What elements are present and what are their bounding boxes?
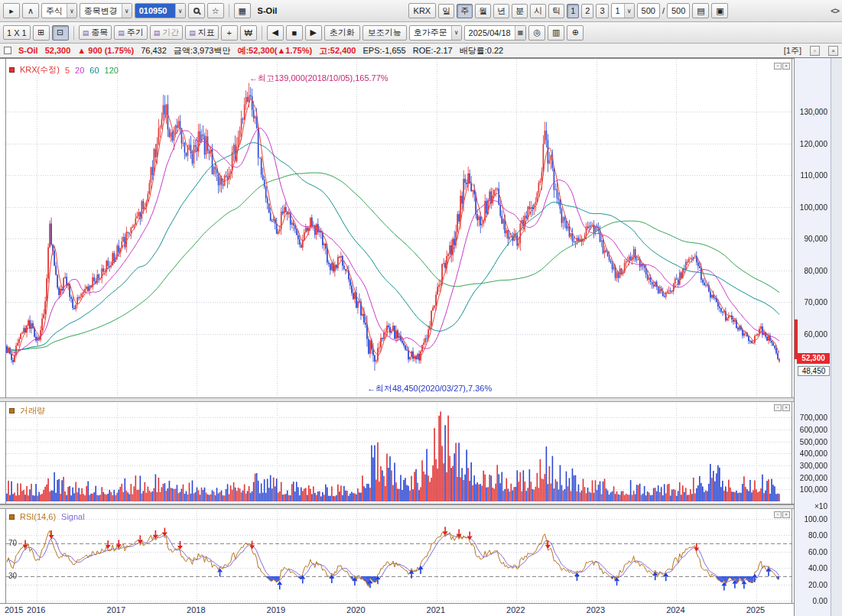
menu-period-button[interactable]: ▤주기: [114, 25, 148, 40]
window-minimize-icon[interactable]: ▫: [810, 46, 820, 56]
menu-range-button[interactable]: ▤기간: [150, 25, 184, 40]
menu-symbol-button[interactable]: ▤종목: [79, 25, 112, 40]
price-chart-canvas[interactable]: [0, 58, 794, 397]
period-tag: [1주]: [784, 45, 801, 57]
volume-legend-name: 거래량: [20, 405, 45, 417]
print-button[interactable]: ▤: [692, 3, 709, 18]
volume-label: 76,432: [141, 46, 167, 55]
market-krx-button[interactable]: KRX: [408, 3, 437, 18]
chevron-up-icon: ∧: [28, 6, 34, 16]
reset-button[interactable]: 초기화: [324, 25, 360, 41]
scroll-left-button[interactable]: ◀: [267, 25, 284, 41]
x-axis-year-label: 2019: [267, 605, 285, 614]
zoom-1-button[interactable]: 1: [567, 4, 579, 18]
pane-minimize-icon[interactable]: ▫: [774, 404, 782, 411]
layout-grid-button[interactable]: ⊞: [33, 25, 50, 41]
scroll-right-button[interactable]: ▶: [305, 25, 322, 41]
chart-toolbar: 1 X 1 ⊞ ⊡ ▤종목 ▤주기 ▤기간 ▤지표 + ₩ ◀ ■ ▶ 초기화 …: [0, 22, 842, 44]
y-axis-label: 600,000: [800, 426, 827, 434]
save-button[interactable]: ▣: [711, 3, 728, 18]
date-picker[interactable]: 2025/04/18▦: [464, 25, 527, 41]
y-axis-label: 60.00: [808, 548, 827, 556]
symbol-change-select[interactable]: 종목변경∨: [80, 3, 132, 18]
pane-close-icon[interactable]: ×: [782, 404, 790, 411]
chevron-down-icon: ∨: [175, 4, 185, 18]
layout-indicator-button[interactable]: 1 X 1: [3, 25, 31, 40]
ma5-legend: 5: [65, 66, 70, 75]
asset-type-select[interactable]: 주식∨: [41, 3, 77, 18]
layout-single-button[interactable]: ⊡: [52, 25, 69, 41]
zoom-3-button[interactable]: 3: [596, 4, 608, 18]
gear-icon: ◎: [533, 28, 541, 37]
grid-icon: ⊞: [37, 28, 44, 37]
stop-button[interactable]: ■: [286, 25, 303, 41]
won-scale-button[interactable]: ₩: [240, 25, 257, 41]
stock-board-button[interactable]: ▦: [234, 3, 251, 18]
chart-tools-button[interactable]: ▥: [548, 25, 564, 41]
y-axis-label: 40.00: [808, 564, 827, 572]
rsi-chart-canvas[interactable]: [0, 509, 794, 603]
ma120-legend: 120: [105, 66, 119, 75]
volume-chart-canvas[interactable]: [0, 402, 794, 504]
settings-button[interactable]: ◎: [528, 25, 545, 41]
separator: [262, 26, 262, 40]
period-day-button[interactable]: 일: [438, 4, 454, 18]
left-arrow-icon: ◀: [272, 28, 278, 37]
chart-tool-icon: ▥: [552, 28, 560, 37]
globe-icon: ⊕: [572, 28, 579, 37]
global-button[interactable]: ⊕: [567, 25, 584, 41]
chart-select-checkbox[interactable]: [4, 47, 11, 54]
bar-count-input[interactable]: 500: [637, 3, 660, 18]
x-axis-year-label: 2015: [5, 605, 23, 614]
interval-select[interactable]: 1∨: [611, 3, 635, 18]
collapse-button[interactable]: ∧: [22, 3, 39, 18]
period-month-button[interactable]: 월: [475, 4, 491, 18]
y-axis-label: 700,000: [800, 413, 827, 422]
rsi-swatch-icon: [9, 514, 15, 520]
aux-function-button[interactable]: 보조기능: [362, 25, 407, 41]
chart-region: KRX(수정) 5 20 60 120 거래량 RSI(14,6) Signal…: [0, 58, 842, 616]
chevron-down-icon: ∨: [451, 26, 461, 40]
period-minute-button[interactable]: 분: [512, 4, 528, 18]
symbol-code-input[interactable]: 010950∨: [135, 3, 186, 18]
y-axis-label: ×10: [814, 502, 827, 511]
y-axis-label: 100,000: [800, 203, 827, 212]
zoom-2-button[interactable]: 2: [581, 4, 593, 18]
pan-tool-button[interactable]: +: [221, 25, 238, 41]
main-toolbar: ▸ ∧ 주식∨ 종목변경∨ 010950∨ ☆ ▦ S-Oil KRX 일 주 …: [0, 0, 842, 22]
separator: [229, 4, 229, 18]
pane-minimize-icon[interactable]: ▫: [774, 63, 782, 70]
stock-info-bar: S-Oil 52,300 ▲ 900 (1.75%) 76,432 금액:3,9…: [0, 44, 842, 58]
x-axis-year-label: 2020: [346, 605, 365, 614]
window-close-icon[interactable]: ×: [828, 46, 838, 56]
menu-icon: ▤: [154, 29, 161, 37]
period-tick-button[interactable]: 틱: [548, 4, 564, 18]
caret-right-icon: ▸: [9, 6, 14, 16]
pane-minimize-icon[interactable]: ▫: [774, 511, 782, 518]
menu-indicator-button[interactable]: ▤지표: [185, 25, 219, 40]
pane-close-icon[interactable]: ×: [782, 63, 790, 70]
favorite-button[interactable]: ☆: [207, 3, 224, 18]
period-year-button[interactable]: 년: [493, 4, 509, 18]
order-select[interactable]: 호가주문∨: [409, 25, 462, 41]
current-price-badge: 52,300: [797, 353, 830, 364]
stop-icon: ■: [291, 28, 297, 37]
volume-swatch-icon: [9, 408, 15, 413]
y-axis-label: 20.00: [808, 581, 827, 589]
window-menu-button[interactable]: ▸: [3, 3, 20, 18]
y-axis-label: 90,000: [804, 235, 827, 243]
search-button[interactable]: [188, 3, 205, 18]
stock-name-label: S-Oil: [18, 46, 38, 55]
y-axis-label: 80,000: [804, 267, 827, 275]
high-price-label: 고:52,400: [319, 45, 356, 57]
x-axis-year-label: 2022: [506, 605, 525, 614]
bar-count2-input[interactable]: 500: [667, 3, 690, 18]
x-axis: 2015201620172018201920202021202220232024…: [0, 603, 794, 616]
calendar-icon: ▦: [515, 26, 526, 40]
pane-close-icon[interactable]: ×: [782, 511, 790, 518]
amount-label: 금액:3,973백만: [174, 45, 231, 57]
expand-panel-icon[interactable]: <>: [831, 6, 839, 15]
period-week-button[interactable]: 주: [457, 4, 473, 18]
period-hour-button[interactable]: 시: [530, 4, 546, 18]
chart-window: ▸ ∧ 주식∨ 종목변경∨ 010950∨ ☆ ▦ S-Oil KRX 일 주 …: [0, 0, 842, 616]
